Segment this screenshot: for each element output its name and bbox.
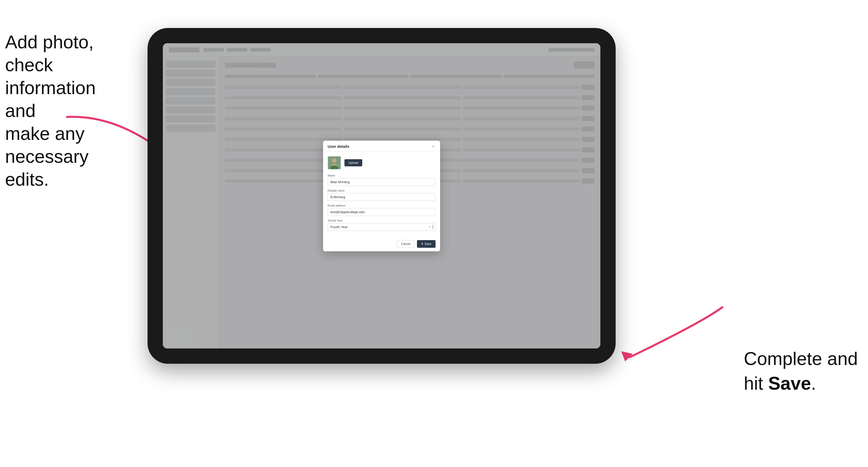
- school-year-select-wrapper: × ▲ ▼: [328, 223, 436, 231]
- tablet-device: User details ×: [148, 28, 616, 364]
- save-icon: ⬆: [421, 242, 423, 245]
- name-field-group: Name: [328, 174, 436, 186]
- modal-title: User details: [328, 144, 349, 149]
- school-year-label: School Year: [328, 219, 436, 222]
- user-photo-thumbnail: [328, 156, 341, 169]
- clear-icon[interactable]: ×: [429, 225, 431, 228]
- annotation-right: Complete and hit Save.: [744, 346, 858, 396]
- upload-photo-button[interactable]: Upload: [344, 159, 362, 166]
- select-icons: × ▲ ▼: [429, 225, 434, 229]
- modal-footer: Cancel ⬆ Save: [323, 238, 440, 251]
- email-input[interactable]: [328, 208, 436, 216]
- school-year-input[interactable]: [328, 223, 436, 231]
- arrow-right-icon: [614, 302, 731, 368]
- email-label: Email address: [328, 204, 436, 207]
- name-label: Name: [328, 174, 436, 177]
- school-year-field-group: School Year × ▲ ▼: [328, 219, 436, 231]
- close-icon[interactable]: ×: [431, 144, 436, 149]
- modal-overlay: User details ×: [163, 43, 600, 348]
- chevron-up-down-icon[interactable]: ▲ ▼: [432, 225, 434, 229]
- cancel-button[interactable]: Cancel: [397, 240, 415, 248]
- modal-header: User details ×: [323, 141, 440, 152]
- name-input[interactable]: [328, 178, 436, 186]
- save-button[interactable]: ⬆ Save: [417, 240, 436, 248]
- svg-point-3: [332, 158, 336, 162]
- user-details-modal: User details ×: [323, 141, 440, 251]
- email-field-group: Email address: [328, 204, 436, 216]
- modal-body: Upload Name Display name Email addre: [323, 152, 440, 238]
- display-name-input[interactable]: [328, 193, 436, 201]
- tablet-screen: User details ×: [163, 43, 600, 348]
- display-name-field-group: Display name: [328, 189, 436, 201]
- display-name-label: Display name: [328, 189, 436, 192]
- photo-section: Upload: [328, 156, 436, 169]
